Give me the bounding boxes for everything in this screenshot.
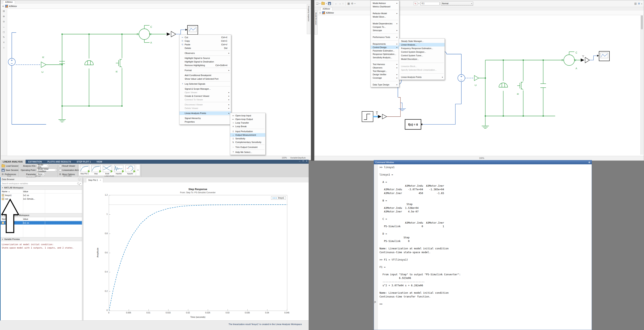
submenu-item[interactable]: ✕ Loop Break ▸ — [230, 124, 265, 128]
context-menu-item[interactable]: Delete Del ▸ — [180, 46, 231, 50]
vertical-scrollbar[interactable] — [640, 15, 644, 155]
analysis-menu-item[interactable]: ▸ — [371, 8, 399, 12]
command-window-titlebar[interactable]: Command Window ⊗ — [374, 160, 592, 164]
update-icon[interactable]: ↻ — [3, 36, 5, 38]
back-icon[interactable]: ← — [335, 2, 337, 5]
analysis-ios-select[interactable]: Model I/Os▾ — [37, 164, 49, 167]
context-menu-item[interactable]: ▸ — [180, 72, 231, 74]
analysis-menu-item[interactable]: Requirements ▸ — [371, 42, 399, 46]
control-design-item[interactable]: ▸ — [399, 72, 444, 75]
context-menu-item[interactable]: ▸ — [180, 81, 231, 82]
analysis-menu-item[interactable]: ▸ — [371, 80, 399, 83]
context-menu-item[interactable]: Connect To Viewer ▸ — [180, 98, 231, 102]
context-menu-item[interactable]: ▸ — [180, 110, 231, 112]
context-menu-item[interactable]: Signal & Scope Manager... ▸ — [180, 87, 231, 91]
scrollbar-thumb[interactable] — [641, 15, 643, 29]
linearization-advisor-checkbox[interactable]: Linearization Advisor — [59, 168, 82, 172]
control-design-item[interactable]: Steady State Manager... ▸ — [399, 39, 444, 43]
sort-asc-icon[interactable]: ▲ — [8, 191, 10, 192]
matlab-workspace-header[interactable]: ▼MATLAB Workspace — [0, 186, 82, 190]
context-menu-item[interactable]: Remove Highlighting Ctrl+Shift+H ▸ — [180, 64, 231, 67]
context-menu-item[interactable]: Properties ▸ — [180, 120, 231, 124]
control-design-item[interactable]: Model Discretizer... ▸ — [399, 57, 444, 61]
context-menu-item[interactable]: ▸ — [180, 50, 231, 51]
workspace-variable-row[interactable]: linsys1 1x1 ss — [0, 194, 82, 197]
analysis-menu-item[interactable]: Model Dependencies ▸ — [371, 22, 399, 25]
context-menu-item[interactable]: Open Viewer ▸ — [180, 91, 231, 94]
tab-estimation[interactable]: ESTIMATION — [26, 160, 45, 164]
control-design-item[interactable]: Specify Selected Block Linearization... … — [399, 68, 444, 72]
tab-linear-analysis[interactable]: LINEAR ANALYSIS — [0, 160, 26, 164]
library-browser-icon[interactable]: ▦ — [347, 2, 350, 5]
context-menu-item[interactable]: ▸ — [180, 102, 231, 103]
zoom-out-icon[interactable]: ⊖ — [3, 20, 5, 23]
close-button[interactable]: ✕ — [306, 160, 308, 162]
hide-browser-icon[interactable]: ⊕ — [2, 5, 4, 8]
analysis-menu-item[interactable]: ▸ — [371, 32, 399, 35]
tab-plots-and-results[interactable]: PLOTS AND RESULTS — [45, 160, 74, 164]
context-menu-item[interactable]: ▸ — [180, 86, 231, 87]
highlight-icon[interactable]: ≣ — [638, 2, 640, 5]
variable-preview-header[interactable]: ▼Variable Preview — [0, 237, 82, 241]
gallery-nyquist[interactable]: Nyquist — [124, 164, 136, 176]
control-design-item[interactable]: Linear Analysis... ▸ — [399, 43, 444, 46]
result-viewer-checkbox[interactable]: Result Viewer — [59, 164, 75, 168]
control-design-item[interactable]: Linearize Block... ▸ — [399, 64, 444, 68]
simulation-scope-icon[interactable]: ∿ — [414, 2, 418, 5]
stop-time-input[interactable]: 0.1 — [420, 2, 440, 6]
submenu-item[interactable]: ⊶ Open-loop Input ▸ — [230, 114, 265, 118]
analysis-menu-item[interactable]: ▸ — [371, 39, 399, 42]
context-menu-item[interactable]: Show Value Label of Selected Port ▸ — [180, 77, 231, 81]
submenu-item[interactable]: ⊷ Open-loop Output ▸ — [230, 118, 265, 121]
analysis-menu-item[interactable]: Model Slicer... ▸ — [371, 15, 399, 18]
analysis-menu-item[interactable]: Control Design ▸ — [371, 46, 399, 49]
analysis-menu-item[interactable]: Simscape ▸ — [371, 28, 399, 32]
gallery-step[interactable]: Step — [90, 164, 102, 176]
context-menu-item[interactable]: ⎗ Paste Ctrl+V ▸ — [180, 43, 231, 46]
tab-view[interactable]: VIEW — [94, 160, 105, 164]
tl-breadcrumb[interactable]: ⊕ A3Motor — [0, 4, 311, 9]
control-design-item[interactable]: Frequency Response Estimation... ▸ — [399, 46, 444, 50]
analysis-menu-item[interactable]: Model Advisor ▸ — [371, 2, 399, 5]
context-menu-item[interactable]: Signal Hierarchy ▸ — [180, 116, 231, 120]
gallery-bode[interactable]: Bode — [102, 164, 113, 176]
plot-axes[interactable] — [109, 195, 287, 311]
context-menu-item[interactable]: ⇡ Log Selected Signals ▸ — [180, 82, 231, 86]
fx-prompt-icon[interactable]: fx — [374, 300, 376, 304]
load-session-button[interactable]: Load Session — [2, 164, 19, 168]
context-menu-item[interactable]: Format ▸ — [180, 68, 231, 72]
context-menu-item[interactable]: ⎘ Copy Ctrl+C ▸ — [180, 39, 231, 43]
submenu-item[interactable]: ▸ — [230, 144, 265, 145]
tr-breadcrumb[interactable]: ⊖ A3Motor — [314, 10, 644, 15]
operating-point-select[interactable]: Model Initial Condition▾ — [37, 168, 57, 172]
gallery-step-plot-1[interactable]: Step Plot 1 — [79, 164, 90, 176]
minimize-button[interactable]: ─ — [299, 160, 300, 162]
breadcrumb-model-name[interactable]: A3Motor — [9, 5, 17, 8]
submenu-item[interactable]: ▸ — [230, 128, 265, 130]
data-inspector-icon[interactable]: ▥ — [634, 2, 636, 5]
analysis-menu-item[interactable]: Design Verifier ▸ — [371, 73, 399, 76]
context-menu-item[interactable]: Linear Analysis Points ▸ — [180, 112, 231, 115]
context-menu-item[interactable]: Create & Connect Viewer ▸ — [180, 94, 231, 98]
model-browser-tab[interactable]: Model Browser — [314, 10, 318, 34]
analysis-menu-item[interactable]: ▸ — [371, 59, 399, 62]
control-design-item[interactable]: Linear Analysis Points ▸ — [399, 75, 444, 79]
analysis-menu-item[interactable]: Test Harness ▸ — [371, 62, 399, 66]
submenu-item[interactable]: ↥ Input Perturbation ▸ — [230, 130, 265, 133]
analysis-menu-item[interactable]: Performance Tools ▸ — [371, 35, 399, 39]
context-menu-item[interactable]: ▸ — [180, 67, 231, 68]
tab-step-plot-1[interactable]: STEP PLOT 1 — [74, 160, 94, 164]
gallery-dropdown[interactable]: ▾ — [136, 164, 140, 176]
command-output-text[interactable]: >> linsys1 linsys1 = A = A3Motor.Indu A3… — [380, 166, 460, 306]
hide-browser-icon[interactable]: ⊖ — [319, 12, 321, 14]
submenu-item[interactable]: ⇅ Complementary Sensitivity ▸ — [230, 140, 265, 144]
forward-icon[interactable]: → — [338, 2, 341, 5]
workspace-search[interactable]: Search workspace variables ▾ — [0, 182, 82, 186]
analysis-menu-item[interactable]: Response Optimization... ▸ — [371, 52, 399, 56]
list-icon[interactable]: ≡ — [3, 41, 4, 44]
restore-button[interactable]: ❐ — [302, 160, 304, 162]
plot-legend[interactable]: linsys1 — [271, 196, 286, 200]
analysis-menu-item[interactable]: Coverage ▸ — [371, 76, 399, 80]
control-design-item[interactable]: ▸ — [399, 61, 444, 64]
context-menu-item[interactable]: Observers ▸ — [180, 51, 231, 55]
